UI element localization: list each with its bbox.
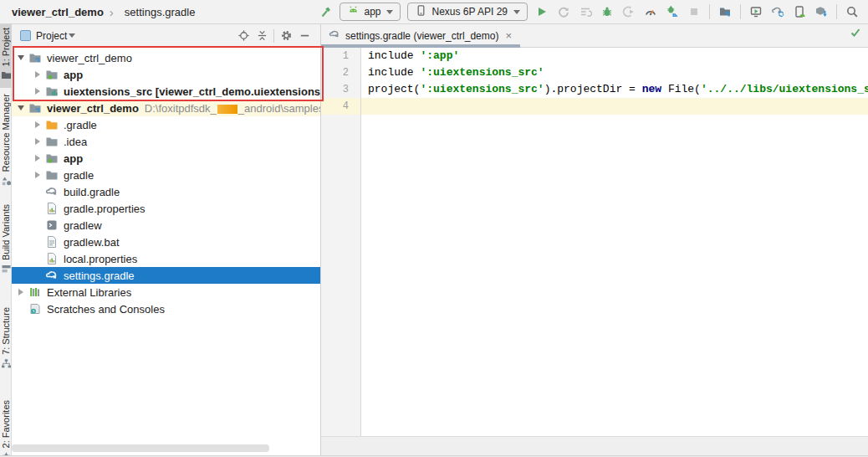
project-structure-button[interactable] xyxy=(714,2,736,22)
apply-code-changes-button[interactable] xyxy=(574,2,596,22)
tree-row[interactable]: viewer_ctrl_demo xyxy=(12,49,320,66)
run-config-selector[interactable]: app xyxy=(340,3,401,21)
expanded-arrow-icon[interactable] xyxy=(18,55,24,60)
tree-row[interactable]: gradle.properties xyxy=(12,200,320,217)
tree-row[interactable]: .idea xyxy=(12,133,320,150)
tree-row-label: gradle xyxy=(64,169,94,182)
toolbar-buttons: appNexus 6P API 29 xyxy=(314,2,868,22)
project-header: Project xyxy=(12,24,320,47)
chevron-down-icon xyxy=(513,10,520,14)
device-selector[interactable]: Nexus 6P API 29 xyxy=(407,3,528,21)
folder-icon xyxy=(45,135,59,148)
collapsed-arrow-icon[interactable] xyxy=(35,155,40,162)
breadcrumb-project[interactable]: viewer_ctrl_demo xyxy=(12,6,104,18)
collapsed-arrow-icon[interactable] xyxy=(18,289,23,295)
stripe-button-build-variants[interactable]: Build Variants xyxy=(0,201,12,290)
tab-close-icon[interactable]: × xyxy=(505,29,512,42)
tree-row[interactable]: settings.gradle xyxy=(12,267,320,284)
code-editor[interactable]: 1 include ':app' 2 include ':uiextension… xyxy=(321,48,868,436)
tree-row[interactable]: build.gradle xyxy=(12,183,320,200)
editor-empty-space[interactable] xyxy=(321,115,868,436)
tree-horizontal-scrollbar[interactable] xyxy=(12,444,269,452)
locate-target-icon[interactable] xyxy=(234,27,253,45)
toolbar-separator xyxy=(740,4,741,19)
line-number[interactable]: 4 xyxy=(321,98,361,115)
stripe-label: 1: Project xyxy=(0,28,12,66)
code-token: ':uiextensions_src' xyxy=(420,66,544,79)
collapsed-arrow-icon[interactable] xyxy=(35,172,40,178)
device-phone-icon xyxy=(415,4,427,19)
header-separator xyxy=(273,29,274,43)
collapsed-arrow-icon[interactable] xyxy=(35,88,40,95)
make-project-button[interactable] xyxy=(314,2,336,22)
tree-row[interactable]: uiextensions_src [viewer_ctrl_demo.uiext… xyxy=(12,83,320,100)
breadcrumb-file[interactable]: settings.gradle xyxy=(125,6,196,18)
tree-row[interactable]: local.properties xyxy=(12,250,320,267)
expanded-arrow-icon[interactable] xyxy=(18,105,24,110)
collapsed-arrow-icon[interactable] xyxy=(35,138,40,145)
android-head-icon xyxy=(347,4,360,19)
run-play-button[interactable] xyxy=(531,2,553,22)
profiler-run-button[interactable] xyxy=(618,2,640,22)
apply-changes-restart-button[interactable] xyxy=(553,2,574,22)
tree-row[interactable]: viewer_ctrl_demoD:\foxitpdfsdk__android\… xyxy=(12,100,320,116)
tree-row[interactable]: gradlew xyxy=(12,217,320,234)
tab-settings-gradle[interactable]: settings.gradle (viewer_ctrl_demo) × xyxy=(321,24,520,47)
code-line-1[interactable]: 1 include ':app' xyxy=(321,48,868,64)
project-panel-title[interactable]: Project xyxy=(36,30,67,42)
gradle-sync-button[interactable] xyxy=(767,2,789,22)
stripe-button-1-project[interactable]: 1: Project xyxy=(0,24,12,88)
code-line-4[interactable]: 4 xyxy=(321,98,868,115)
search-everywhere-button[interactable] xyxy=(841,2,863,22)
stop-button[interactable] xyxy=(683,2,705,22)
code-token: new xyxy=(642,83,668,95)
editor-tab-bar: settings.gradle (viewer_ctrl_demo) × xyxy=(321,24,868,48)
toolbar-separator xyxy=(709,4,710,19)
code-token: File( xyxy=(668,83,701,95)
code-token: '../../libs/uiextensions_src/' xyxy=(701,83,868,95)
build-variants-icon xyxy=(1,263,12,278)
properties-file-icon xyxy=(45,252,59,265)
project-view-dropdown-caret[interactable] xyxy=(69,33,75,38)
breadcrumb: viewer_ctrl_demo › settings.gradle xyxy=(0,6,195,18)
debug-bug-button[interactable] xyxy=(596,2,618,22)
attach-debugger-button[interactable] xyxy=(661,2,683,22)
properties-file-icon xyxy=(45,202,59,215)
collapsed-arrow-icon[interactable] xyxy=(35,71,40,78)
avd-manager-button[interactable] xyxy=(789,2,810,22)
profile-gauge-button[interactable] xyxy=(640,2,661,22)
tree-row[interactable]: gradle xyxy=(12,167,320,183)
tree-row[interactable]: app xyxy=(12,150,320,167)
redaction-block xyxy=(217,105,237,114)
inspection-ok-icon[interactable] xyxy=(850,27,861,39)
android-folder-icon xyxy=(45,151,59,165)
tree-row-label: External Libraries xyxy=(47,286,131,299)
hide-panel-icon[interactable] xyxy=(295,27,314,45)
sdk-manager-button[interactable] xyxy=(810,2,832,22)
tree-row[interactable]: gradlew.bat xyxy=(12,234,320,250)
project-tree: viewer_ctrl_demo app uiextensions_src [v… xyxy=(12,47,320,457)
code-line-2[interactable]: 2 include ':uiextensions_src' xyxy=(321,64,868,81)
stripe-button-2-favorites[interactable]: 2: Favorites xyxy=(0,397,12,457)
line-number[interactable]: 1 xyxy=(321,48,361,64)
code-line-3[interactable]: 3 project(':uiextensions_src').projectDi… xyxy=(321,81,868,98)
tree-row[interactable]: app xyxy=(12,66,320,83)
chevron-down-icon xyxy=(386,10,393,14)
collapsed-arrow-icon[interactable] xyxy=(35,121,40,128)
module-folder-icon xyxy=(28,51,42,64)
tree-row[interactable]: .gradle xyxy=(12,116,320,133)
tree-row[interactable]: Scratches and Consoles xyxy=(12,300,320,317)
line-number[interactable]: 3 xyxy=(321,81,361,98)
tree-row-label: .gradle xyxy=(64,119,97,131)
tree-row-label: settings.gradle xyxy=(64,270,135,282)
stripe-button-7-structure[interactable]: 7: Structure xyxy=(0,304,12,383)
gradle-file-icon xyxy=(45,185,59,198)
stripe-button-resource-manager[interactable]: Resource Manager xyxy=(0,90,12,193)
project-tool-window: Project viewer_ctrl_demo app uiextension… xyxy=(12,24,320,457)
tree-row[interactable]: External Libraries xyxy=(12,284,320,300)
collapse-all-icon[interactable] xyxy=(253,27,271,45)
tab-label: settings.gradle (viewer_ctrl_demo) xyxy=(345,30,498,42)
monitor-play-button[interactable] xyxy=(745,2,767,22)
settings-gear-icon[interactable] xyxy=(277,27,295,45)
line-number[interactable]: 2 xyxy=(321,64,361,81)
